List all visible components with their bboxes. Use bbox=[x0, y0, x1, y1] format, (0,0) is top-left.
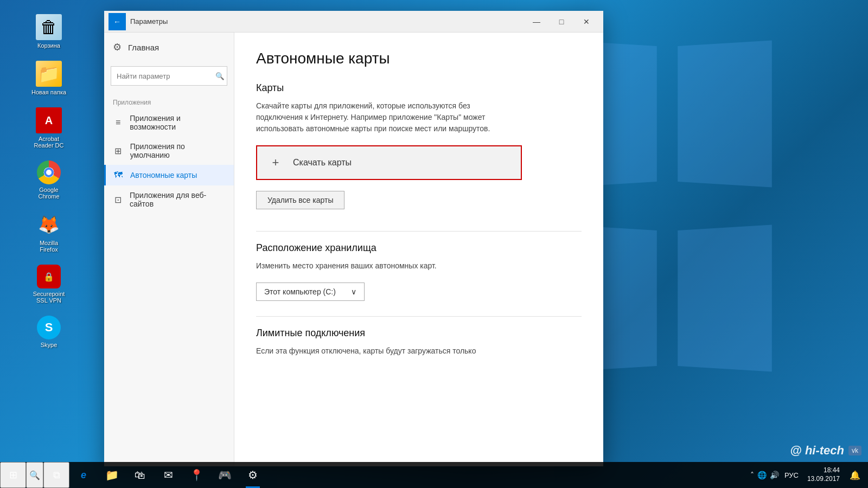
metered-description: Если эта функция отключена, карты будут … bbox=[256, 345, 516, 357]
close-button[interactable]: ✕ bbox=[574, 13, 599, 30]
taskbar-search-button[interactable]: 🔍 bbox=[26, 462, 43, 488]
apps-features-label: Приложения и возможности bbox=[130, 114, 225, 131]
skype-icon: S bbox=[37, 316, 61, 339]
taskbar-edge[interactable]: e bbox=[69, 462, 98, 488]
start-icon: ⊞ bbox=[9, 469, 17, 481]
taskbar-maps[interactable]: 📍 bbox=[182, 462, 210, 488]
storage-dropdown-label: Этот компьютер (С:) bbox=[264, 287, 336, 296]
sidebar-item-offline-maps[interactable]: 🗺 Автономные карты bbox=[104, 165, 234, 185]
section-divider-2 bbox=[256, 316, 582, 317]
chrome-icon bbox=[37, 160, 61, 184]
tray-icons: ˄ 🌐 🔊 РУС bbox=[750, 471, 801, 479]
desktop-icon-acrobat[interactable]: A AcrobatReader DC bbox=[27, 104, 71, 152]
recycle-bin-label: Корзина bbox=[37, 42, 60, 49]
window-title: Параметры bbox=[130, 17, 524, 25]
taskbar-xbox[interactable]: 🎮 bbox=[210, 462, 239, 488]
desktop-icon-new-folder[interactable]: 📁 Новая папка bbox=[27, 57, 71, 99]
apps-sites-label: Приложения для веб-сайтов bbox=[130, 191, 225, 208]
section-divider-1 bbox=[256, 231, 582, 232]
tray-lang[interactable]: РУС bbox=[782, 471, 801, 479]
sidebar-item-apps-sites[interactable]: ⊡ Приложения для веб-сайтов bbox=[104, 185, 234, 214]
storage-location-dropdown[interactable]: Этот компьютер (С:) ∨ bbox=[256, 282, 365, 301]
watermark: @ hi-tech vk bbox=[790, 444, 861, 458]
folder-icon: 📁 bbox=[36, 61, 62, 87]
notification-button[interactable]: 🔔 bbox=[846, 462, 864, 488]
storage-description: Изменить место хранения ваших автономных… bbox=[256, 260, 516, 272]
sidebar-section-label: Приложения bbox=[104, 94, 234, 108]
edge-icon: e bbox=[81, 470, 86, 481]
new-folder-label: Новая папка bbox=[31, 89, 66, 95]
apps-features-icon: ≡ bbox=[113, 118, 123, 127]
sidebar: ⚙ Главная 🔍 Приложения ≡ Приложения и во… bbox=[104, 33, 234, 466]
taskbar-tray: ˄ 🌐 🔊 РУС 18:44 13.09.2017 🔔 bbox=[746, 462, 868, 488]
back-arrow-icon: ← bbox=[113, 17, 121, 26]
vpn-icon: 🔒 bbox=[37, 265, 61, 288]
default-apps-label: Приложения по умолчанию bbox=[130, 142, 225, 159]
home-icon: ⚙ bbox=[113, 41, 122, 53]
taskbar-apps: e 📁 🛍 ✉ 📍 🎮 ⚙ bbox=[69, 462, 746, 488]
notification-icon: 🔔 bbox=[850, 470, 860, 480]
desktop-icons-area: 🗑 Корзина 📁 Новая папка A AcrobatReader … bbox=[0, 0, 98, 488]
apps-sites-icon: ⊡ bbox=[113, 195, 123, 205]
mail-icon: ✉ bbox=[164, 468, 173, 481]
window-controls: — □ ✕ bbox=[524, 13, 599, 30]
clock-time: 18:44 bbox=[824, 466, 840, 475]
tray-network-icon[interactable]: 🌐 bbox=[757, 471, 767, 479]
taskbar-clock[interactable]: 18:44 13.09.2017 bbox=[807, 466, 840, 483]
vpn-label: SecurepointSSL VPN bbox=[33, 291, 65, 304]
desktop-icon-chrome[interactable]: GoogleChrome bbox=[27, 157, 71, 203]
taskbar-settings[interactable]: ⚙ bbox=[239, 462, 267, 488]
main-content: Автономные карты Карты Скачайте карты дл… bbox=[234, 33, 603, 466]
taskbar-store[interactable]: 🛍 bbox=[126, 462, 154, 488]
settings-window: ← Параметры — □ ✕ ⚙ Главная bbox=[104, 11, 603, 466]
acrobat-label: AcrobatReader DC bbox=[34, 136, 63, 149]
storage-section-title: Расположение хранилища bbox=[256, 242, 582, 254]
minimize-button[interactable]: — bbox=[524, 13, 549, 30]
skype-label: Skype bbox=[41, 342, 58, 348]
tray-volume-icon[interactable]: 🔊 bbox=[770, 471, 779, 479]
maps-description: Скачайте карты для приложений, которые и… bbox=[256, 100, 516, 134]
acrobat-icon: A bbox=[36, 107, 62, 133]
plus-icon: + bbox=[267, 154, 284, 171]
offline-maps-icon: 🗺 bbox=[113, 170, 124, 180]
firefox-label: MozillaFirefox bbox=[40, 240, 58, 253]
watermark-vk: vk bbox=[848, 446, 861, 455]
store-icon: 🛍 bbox=[135, 469, 145, 481]
settings-icon: ⚙ bbox=[248, 468, 258, 481]
start-button[interactable]: ⊞ bbox=[0, 462, 26, 488]
title-bar: ← Параметры — □ ✕ bbox=[104, 11, 603, 33]
task-view-button[interactable]: ⧉ bbox=[43, 462, 69, 488]
sidebar-item-default-apps[interactable]: ⊞ Приложения по умолчанию bbox=[104, 137, 234, 165]
tray-chevron-icon[interactable]: ˄ bbox=[750, 471, 754, 479]
search-box: 🔍 bbox=[111, 66, 227, 86]
search-input[interactable] bbox=[111, 72, 213, 80]
desktop-icon-recycle-bin[interactable]: 🗑 Корзина bbox=[27, 11, 71, 52]
metered-section-title: Лимитные подключения bbox=[256, 328, 582, 339]
search-icon: 🔍 bbox=[215, 72, 225, 80]
delete-all-button[interactable]: Удалить все карты bbox=[256, 191, 344, 209]
search-button[interactable]: 🔍 bbox=[213, 66, 227, 86]
download-maps-button[interactable]: + Скачать карты bbox=[256, 145, 522, 180]
desktop: 🗑 Корзина 📁 Новая папка A AcrobatReader … bbox=[0, 0, 868, 488]
chevron-down-icon: ∨ bbox=[351, 287, 356, 296]
taskbar: ⊞ 🔍 ⧉ e 📁 🛍 ✉ 📍 bbox=[0, 462, 868, 488]
firefox-icon: 🦊 bbox=[36, 211, 62, 237]
offline-maps-label: Автономные карты bbox=[130, 171, 197, 179]
taskbar-explorer[interactable]: 📁 bbox=[98, 462, 126, 488]
explorer-icon: 📁 bbox=[105, 468, 119, 481]
maps-icon: 📍 bbox=[190, 468, 203, 481]
page-title: Автономные карты bbox=[256, 50, 582, 67]
sidebar-item-apps-features[interactable]: ≡ Приложения и возможности bbox=[104, 108, 234, 137]
back-button[interactable]: ← bbox=[108, 13, 126, 30]
desktop-icon-skype[interactable]: S Skype bbox=[27, 312, 71, 351]
download-label: Скачать карты bbox=[293, 158, 352, 168]
taskbar-mail[interactable]: ✉ bbox=[154, 462, 182, 488]
home-label: Главная bbox=[128, 43, 159, 52]
default-apps-icon: ⊞ bbox=[113, 146, 124, 156]
maximize-button[interactable]: □ bbox=[549, 13, 574, 30]
window-body: ⚙ Главная 🔍 Приложения ≡ Приложения и во… bbox=[104, 33, 603, 466]
watermark-logo: @ hi-tech bbox=[790, 444, 844, 458]
sidebar-home[interactable]: ⚙ Главная bbox=[104, 33, 234, 62]
desktop-icon-vpn[interactable]: 🔒 SecurepointSSL VPN bbox=[27, 261, 71, 307]
desktop-icon-firefox[interactable]: 🦊 MozillaFirefox bbox=[27, 208, 71, 256]
